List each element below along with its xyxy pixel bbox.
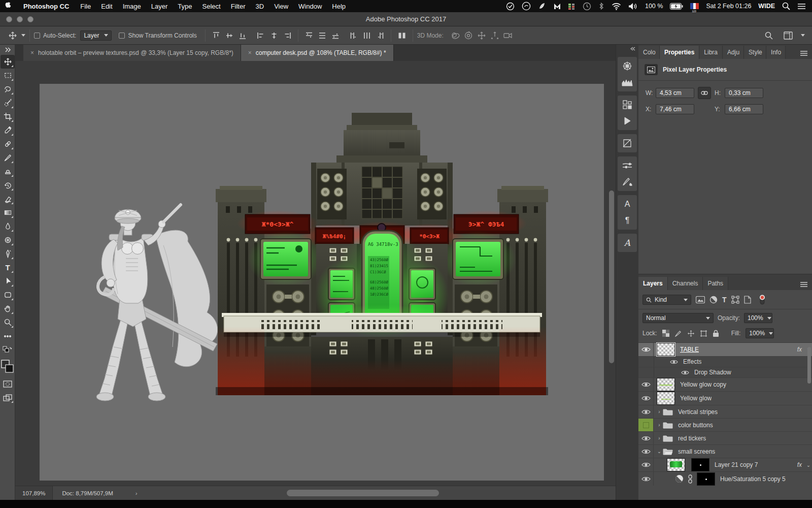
green-label-visibility-cell[interactable] — [638, 419, 654, 431]
collapse-group-icon[interactable]: ⌄ — [656, 449, 663, 454]
history-brush-tool[interactable] — [1, 178, 15, 192]
battery-icon[interactable] — [670, 0, 683, 12]
lasso-tool[interactable] — [1, 82, 15, 96]
visibility-eye-icon[interactable] — [638, 343, 654, 356]
distribute-top-edges-icon[interactable] — [302, 29, 316, 42]
width-field[interactable]: 4,53 cm — [656, 88, 694, 98]
close-tab-icon[interactable]: × — [248, 49, 252, 56]
visibility-eye-icon[interactable] — [638, 445, 654, 458]
tab-properties[interactable]: Properties — [660, 46, 699, 59]
group-name[interactable]: color buttons — [678, 422, 713, 429]
auto-select-checkbox[interactable] — [34, 33, 40, 39]
menu-3d[interactable]: 3D — [251, 3, 269, 10]
adjustment-layer-icon[interactable] — [675, 474, 684, 483]
y-field[interactable]: 6,66 cm — [725, 104, 763, 114]
3d-pan-icon[interactable] — [475, 29, 488, 42]
expand-group-icon[interactable]: › — [656, 409, 663, 415]
3d-orbit-icon[interactable] — [449, 29, 462, 42]
character-panel-icon[interactable]: A — [618, 196, 637, 212]
distribute-horizontal-centers-icon[interactable] — [360, 29, 374, 42]
filter-shape-icon[interactable] — [731, 296, 739, 304]
layer-name[interactable]: Hue/Saturation 5 copy 5 — [720, 475, 786, 483]
link-dimensions-button[interactable] — [698, 87, 711, 99]
visibility-eye-icon[interactable] — [638, 472, 654, 486]
workspace-switcher-icon[interactable] — [782, 29, 795, 42]
layer-row-small-screens[interactable]: ⌄ small screens — [638, 445, 812, 458]
menu-help[interactable]: Help — [327, 3, 351, 10]
kind-filter-dropdown[interactable]: Kind — [642, 295, 691, 305]
menu-file[interactable]: File — [75, 3, 96, 10]
layer-row-red-tickers[interactable]: › red tickers — [638, 432, 812, 445]
distribute-bottom-edges-icon[interactable] — [329, 29, 342, 42]
visibility-eye-icon[interactable] — [670, 359, 678, 365]
show-transform-checkbox[interactable] — [119, 33, 125, 39]
menu-type[interactable]: Type — [173, 3, 197, 10]
3d-camera-icon[interactable] — [501, 29, 515, 42]
doc-tab-computer-desk[interactable]: × computer desk.psd @ 108% (TABLE, RGB/8… — [241, 45, 394, 61]
layer-name[interactable]: Yellow glow — [680, 395, 712, 402]
zoom-window-button[interactable] — [27, 16, 33, 22]
canvas-horizontal-scrollbar[interactable] — [287, 490, 439, 496]
distribute-right-edges-icon[interactable] — [374, 29, 387, 42]
3d-slide-icon[interactable] — [488, 29, 501, 42]
tab-layers[interactable]: Layers — [638, 277, 668, 290]
effects-label[interactable]: Effects — [683, 358, 701, 365]
time-machine-icon[interactable] — [583, 0, 591, 12]
lock-position-icon[interactable] — [687, 330, 695, 337]
menu-filter[interactable]: Filter — [226, 3, 251, 10]
default-swap-colors-icon[interactable] — [1, 343, 15, 357]
visibility-eye-icon[interactable] — [638, 458, 654, 471]
gradient-tool[interactable] — [1, 206, 15, 219]
tab-info[interactable]: Info — [766, 46, 786, 59]
foreground-background-swatches[interactable] — [1, 357, 15, 377]
menu-app-name[interactable]: Photoshop CC — [17, 3, 75, 10]
wifi-icon[interactable] — [612, 0, 621, 12]
layer-row-color-buttons[interactable]: › color buttons — [638, 419, 812, 432]
path-selection-tool[interactable] — [1, 274, 15, 288]
filter-pixel-icon[interactable] — [696, 296, 705, 303]
lock-transparency-icon[interactable] — [662, 330, 669, 337]
close-window-button[interactable] — [6, 16, 12, 22]
spot-healing-brush-tool[interactable] — [1, 137, 15, 151]
status-options-chevron-icon[interactable]: › — [136, 490, 138, 496]
layer-row-table[interactable]: TABLE fx ⌃ — [638, 343, 812, 357]
visibility-eye-icon[interactable] — [638, 405, 654, 418]
layer-thumbnail[interactable] — [667, 458, 685, 471]
collapse-dock-icon[interactable] — [616, 45, 638, 53]
lock-all-icon[interactable] — [713, 330, 719, 337]
workspace-extra-label[interactable]: WIDE — [758, 0, 775, 12]
spotlight-icon[interactable] — [782, 0, 790, 12]
menu-image[interactable]: Image — [118, 3, 146, 10]
tab-styles[interactable]: Style — [744, 46, 766, 59]
layer-row-yellow-glow[interactable]: Yellow glow — [638, 392, 812, 405]
layer-thumbnail[interactable] — [657, 343, 675, 356]
effect-name[interactable]: Drop Shadow — [694, 369, 731, 376]
expand-group-icon[interactable]: › — [656, 435, 663, 441]
minimize-window-button[interactable] — [17, 16, 23, 22]
layer-name[interactable]: TABLE — [680, 346, 699, 353]
layer-row-drop-shadow[interactable]: Drop Shadow — [638, 367, 812, 378]
zoom-level-field[interactable]: 107,89% — [15, 486, 53, 500]
apple-menu-icon[interactable] — [0, 2, 17, 10]
eraser-tool[interactable] — [1, 192, 15, 206]
volume-icon[interactable] — [628, 0, 638, 12]
tab-adjustments[interactable]: Adju — [723, 46, 744, 59]
group-name[interactable]: small screens — [678, 448, 715, 455]
lock-artboard-icon[interactable] — [700, 330, 707, 337]
brush-settings-panel-icon[interactable] — [618, 157, 637, 174]
align-vertical-centers-icon[interactable] — [223, 29, 236, 42]
doc-tab-holotable[interactable]: × holotable orbit – preview textures.psd… — [23, 45, 241, 61]
zoom-tool[interactable] — [1, 315, 15, 329]
brush-tool[interactable] — [1, 151, 15, 165]
pen-tool[interactable] — [1, 247, 15, 261]
menu-select[interactable]: Select — [197, 3, 225, 10]
layer-row-hue-saturation[interactable]: Hue/Saturation 5 copy 5 — [638, 472, 812, 486]
type-tool[interactable]: T — [1, 261, 15, 274]
shape-tool[interactable] — [1, 288, 15, 302]
menu-edit[interactable]: Edit — [96, 3, 117, 10]
filter-toggle-switch[interactable] — [759, 294, 766, 305]
layer-name[interactable]: Yellow glow copy — [680, 381, 726, 388]
distribute-vertical-centers-icon[interactable] — [316, 29, 329, 42]
visibility-eye-icon[interactable] — [638, 392, 654, 405]
align-horizontal-centers-icon[interactable] — [267, 29, 281, 42]
